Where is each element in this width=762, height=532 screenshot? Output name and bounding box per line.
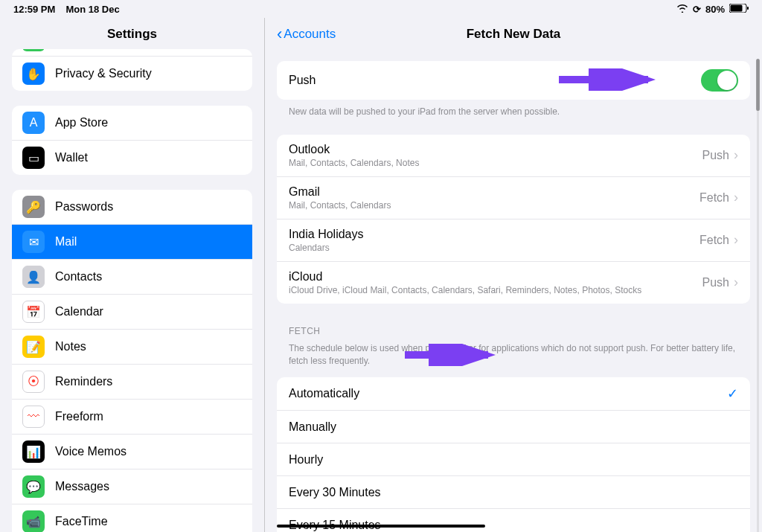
account-detail: Calendars	[289, 243, 364, 253]
sidebar-item-messages[interactable]: 💬Messages	[12, 469, 252, 504]
account-row-icloud[interactable]: iCloudiCloud Drive, iCloud Mail, Contact…	[277, 262, 750, 304]
chevron-right-icon: ›	[734, 275, 738, 290]
fetch-option-label: Automatically	[289, 387, 359, 400]
fetch-desc: The schedule below is used when push is …	[277, 342, 750, 374]
partial-icon	[22, 49, 45, 51]
battery-icon	[729, 4, 749, 15]
account-name: Gmail	[289, 185, 391, 199]
fetch-option-label: Every 30 Minutes	[289, 486, 381, 499]
push-footer: New data will be pushed to your iPad fro…	[277, 100, 750, 124]
chevron-right-icon: ›	[734, 190, 738, 205]
push-row: Push	[277, 61, 750, 100]
fetch-option-label: Manually	[289, 420, 336, 434]
contacts-icon: 👤	[22, 266, 45, 288]
fetch-option-manually[interactable]: Manually	[277, 411, 750, 443]
notes-icon: 📝	[22, 336, 45, 358]
status-bar: 12:59 PM Mon 18 Dec ⟳ 80%	[0, 0, 762, 18]
passwords-icon: 🔑	[22, 196, 45, 218]
sidebar-item-contacts[interactable]: 👤Contacts	[12, 260, 252, 295]
svg-rect-1	[731, 4, 743, 11]
checkmark-icon: ✓	[727, 385, 738, 402]
page-title: Fetch New Data	[467, 27, 561, 42]
facetime-icon: 📹	[22, 510, 45, 532]
messages-icon: 💬	[22, 475, 45, 498]
account-mode: Fetch	[699, 234, 729, 247]
sidebar-item-app-store[interactable]: AApp Store	[12, 106, 252, 141]
main-header: ‹ Accounts Fetch New Data	[265, 18, 762, 51]
fetch-option-every-30-minutes[interactable]: Every 30 Minutes	[277, 476, 750, 509]
account-row-outlook[interactable]: OutlookMail, Contacts, Calendars, NotesP…	[277, 135, 750, 177]
back-label: Accounts	[284, 27, 336, 42]
sidebar-item-mail[interactable]: ✉Mail	[12, 225, 252, 260]
sidebar-label: Calendar	[55, 305, 103, 318]
sidebar-label: Notes	[55, 340, 86, 353]
sidebar-label: Mail	[55, 235, 77, 249]
sidebar-item-calendar[interactable]: 📅Calendar	[12, 295, 252, 330]
sidebar-label: Messages	[55, 480, 109, 493]
chevron-left-icon: ‹	[277, 26, 282, 42]
fetch-option-label: Hourly	[289, 453, 323, 467]
sidebar-label: Passwords	[55, 200, 113, 214]
account-row-gmail[interactable]: GmailMail, Contacts, CalendarsFetch›	[277, 177, 750, 219]
sidebar-item-partial[interactable]	[12, 49, 252, 57]
settings-sidebar[interactable]: Settings ✋Privacy & SecurityAApp Store▭W…	[0, 18, 265, 532]
fetch-header: Fetch	[277, 321, 750, 342]
privacy-security-icon: ✋	[22, 63, 45, 85]
account-name: Outlook	[289, 143, 419, 156]
account-detail: iCloud Drive, iCloud Mail, Contacts, Cal…	[289, 285, 641, 295]
svg-rect-2	[747, 7, 749, 10]
account-name: iCloud	[289, 270, 641, 283]
status-time: 12:59 PM	[13, 4, 55, 15]
scrollbar-thumb[interactable]	[756, 59, 760, 111]
rotation-lock-icon: ⟳	[693, 4, 701, 15]
sidebar-item-voice-memos[interactable]: 📊Voice Memos	[12, 435, 252, 469]
account-name: India Holidays	[289, 228, 364, 241]
push-toggle[interactable]	[701, 69, 738, 92]
fetch-option-every-15-minutes[interactable]: Every 15 Minutes	[277, 509, 750, 532]
sidebar-label: Contacts	[55, 270, 102, 283]
battery-percent: 80%	[705, 4, 725, 15]
account-mode: Fetch	[699, 191, 729, 205]
home-indicator[interactable]	[277, 525, 485, 528]
reminders-icon: ⦿	[22, 371, 45, 393]
sidebar-label: Privacy & Security	[55, 67, 152, 80]
chevron-right-icon: ›	[734, 232, 738, 248]
calendar-icon: 📅	[22, 301, 45, 323]
sidebar-label: Reminders	[55, 375, 112, 388]
account-row-india-holidays[interactable]: India HolidaysCalendarsFetch›	[277, 219, 750, 262]
push-label: Push	[289, 74, 316, 87]
sidebar-label: Voice Memos	[55, 445, 127, 458]
sidebar-label: App Store	[55, 116, 108, 129]
sidebar-item-notes[interactable]: 📝Notes	[12, 330, 252, 365]
voice-memos-icon: 📊	[22, 440, 45, 463]
scrollbar-track	[757, 59, 759, 532]
main-panel: ‹ Accounts Fetch New Data Push New data …	[265, 18, 762, 532]
sidebar-label: Freeform	[55, 410, 103, 423]
account-detail: Mail, Contacts, Calendars	[289, 200, 391, 211]
account-detail: Mail, Contacts, Calendars, Notes	[289, 158, 419, 168]
back-button[interactable]: ‹ Accounts	[277, 26, 336, 42]
sidebar-item-freeform[interactable]: 〰Freeform	[12, 400, 252, 435]
app-store-icon: A	[22, 112, 45, 134]
wifi-icon	[676, 4, 688, 15]
mail-icon: ✉	[22, 231, 45, 253]
sidebar-label: FaceTime	[55, 515, 108, 528]
freeform-icon: 〰	[22, 406, 45, 428]
account-mode: Push	[702, 149, 729, 162]
sidebar-label: Wallet	[55, 151, 88, 164]
wallet-icon: ▭	[22, 147, 45, 169]
fetch-option-automatically[interactable]: Automatically✓	[277, 377, 750, 411]
sidebar-item-wallet[interactable]: ▭Wallet	[12, 141, 252, 175]
sidebar-title: Settings	[0, 18, 264, 49]
sidebar-item-privacy-security[interactable]: ✋Privacy & Security	[12, 57, 252, 91]
sidebar-item-reminders[interactable]: ⦿Reminders	[12, 365, 252, 400]
status-date: Mon 18 Dec	[65, 4, 119, 15]
account-mode: Push	[702, 276, 729, 289]
chevron-right-icon: ›	[734, 147, 738, 163]
sidebar-item-passwords[interactable]: 🔑Passwords	[12, 190, 252, 225]
sidebar-item-facetime[interactable]: 📹FaceTime	[12, 504, 252, 532]
fetch-option-hourly[interactable]: Hourly	[277, 443, 750, 476]
